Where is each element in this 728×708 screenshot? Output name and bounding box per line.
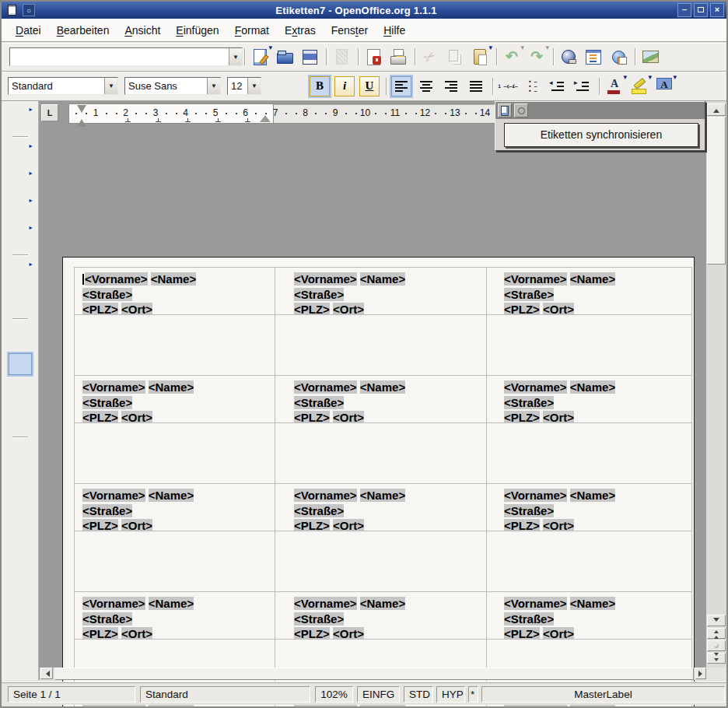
label-cell[interactable]: <Vorname> <Name><Straße><PLZ> <Ort> [82,484,275,531]
field-vorname[interactable]: <Vorname> [85,272,148,286]
field-vorname[interactable]: <Vorname> [82,489,145,502]
new-document-icon[interactable]: ▾ [250,47,270,67]
field-strasse[interactable]: <Straße> [82,288,132,301]
field-plz[interactable]: <PLZ> [504,303,540,314]
scroll-down-button[interactable] [707,615,726,626]
save-icon[interactable] [299,47,320,67]
field-strasse[interactable]: <Straße> [294,288,344,301]
status-doc-info[interactable]: MasterLabel [481,686,725,703]
form-functions-icon[interactable]: ▸ [9,226,32,247]
field-strasse[interactable]: <Straße> [294,504,344,517]
field-name[interactable]: <Name> [570,597,615,610]
font-color-icon[interactable]: ▾ [604,76,625,96]
scroll-left-button[interactable] [40,668,53,679]
online-layout-icon[interactable] [9,499,32,520]
stylist-icon[interactable] [583,47,604,67]
status-insert-mode[interactable]: EINFG [357,686,400,703]
navigation-button[interactable] [707,640,726,651]
find-replace-icon[interactable] [9,380,32,402]
dropdown-arrow-icon[interactable]: ▾ [673,74,677,80]
status-hyperlink-mode[interactable]: HYP [436,686,465,703]
menu-item-ansicht[interactable]: Ansicht [117,22,168,39]
paragraph-style-combobox[interactable]: Standard ▼ [8,77,118,95]
right-indent-marker-icon[interactable] [260,110,271,122]
field-name[interactable]: <Name> [570,380,615,394]
field-strasse[interactable]: <Straße> [82,504,132,517]
field-plz[interactable]: <PLZ> [82,519,118,531]
bold-button[interactable]: B [310,76,330,96]
field-plz[interactable]: <PLZ> [294,303,330,314]
field-name[interactable]: <Name> [570,489,615,502]
data-sources-icon[interactable] [9,408,32,429]
url-combobox[interactable]: ▼ [9,47,243,66]
field-name[interactable]: <Name> [360,489,405,502]
autotext-icon[interactable]: ▸ [9,262,32,284]
next-page-button[interactable] [707,653,726,664]
minimize-button[interactable]: – [677,3,691,17]
label-cell[interactable]: <Vorname> <Name><Straße><PLZ> <Ort> [82,268,275,314]
field-plz[interactable]: <PLZ> [294,411,330,422]
status-selection-mode[interactable]: STD [404,686,433,703]
label-cell[interactable]: <Vorname> <Name><Straße><PLZ> <Ort> [294,484,486,531]
field-name[interactable]: <Name> [151,272,196,286]
field-strasse[interactable]: <Straße> [504,396,554,409]
field-plz[interactable]: <PLZ> [82,627,118,639]
field-name[interactable]: <Name> [149,597,194,610]
field-vorname[interactable]: <Vorname> [82,380,145,394]
field-strasse[interactable]: <Straße> [82,396,132,409]
field-ort[interactable]: <Ort> [333,519,364,531]
chevron-down-icon[interactable]: ▼ [229,48,242,65]
menu-item-datei[interactable]: Datei [8,22,49,39]
bullets-icon[interactable] [523,76,543,96]
chevron-down-icon[interactable]: ▼ [104,78,117,94]
field-name[interactable]: <Name> [570,272,615,286]
insert-icon[interactable]: ▸ [9,144,32,166]
field-name[interactable]: <Name> [149,489,194,502]
label-cell[interactable]: <Vorname> <Name><Straße><PLZ> <Ort> [294,268,486,314]
redo-icon[interactable]: ▾ [527,47,547,67]
font-size-value[interactable]: 12 [228,78,247,94]
field-plz[interactable]: <PLZ> [504,627,540,639]
field-ort[interactable]: <Ort> [121,411,152,422]
field-name[interactable]: <Name> [570,705,615,708]
status-modified-flag[interactable]: * [468,686,478,703]
status-page-style[interactable]: Standard [140,686,310,703]
field-strasse[interactable]: <Straße> [504,504,554,517]
graphics-on-off-icon[interactable] [9,471,32,493]
dropdown-arrow-icon[interactable]: ▾ [648,74,652,80]
synchronize-labels-button[interactable]: Etiketten synchronisieren [504,123,698,147]
titlebar[interactable]: ○ Etiketten7 - OpenOffice.org 1.1.1 – × [2,2,726,19]
insert-graphics-icon[interactable] [640,47,660,67]
chevron-down-icon[interactable]: ▼ [207,78,220,94]
synchronize-window-titlebar[interactable] [495,102,705,119]
field-plz[interactable]: <PLZ> [504,411,540,422]
field-ort[interactable]: <Ort> [543,519,574,531]
dropdown-arrow-icon[interactable]: ▾ [268,44,272,51]
background-color-icon[interactable]: ▾ [654,76,674,96]
field-ort[interactable]: <Ort> [543,627,574,639]
field-ort[interactable]: <Ort> [543,411,574,422]
gallery-icon[interactable] [608,47,628,67]
decrease-indent-icon[interactable] [548,76,568,96]
font-name-combobox[interactable]: Suse Sans ▼ [124,77,221,95]
menu-item-hilfe[interactable]: Hilfe [376,22,413,39]
dropdown-arrow-icon[interactable]: ▾ [545,44,549,51]
italic-button[interactable]: i [334,76,355,96]
vertical-scroll-thumb[interactable] [707,117,726,265]
field-vorname[interactable]: <Vorname> [82,705,145,708]
close-circle-icon[interactable] [514,103,528,117]
label-cell[interactable]: <Vorname> <Name><Straße><PLZ> <Ort> [504,376,691,422]
auto-spellcheck-icon[interactable] [9,353,32,375]
field-ort[interactable]: <Ort> [333,411,364,422]
spellcheck-icon[interactable] [9,326,32,348]
dropdown-arrow-icon[interactable]: ▾ [488,44,492,51]
field-vorname[interactable]: <Vorname> [294,380,357,394]
vertical-scrollbar[interactable] [706,101,726,680]
field-strasse[interactable]: <Straße> [294,396,344,409]
field-plz[interactable]: <PLZ> [82,411,118,422]
field-vorname[interactable]: <Vorname> [504,705,567,708]
horizontal-scrollbar[interactable] [40,668,706,680]
scroll-up-button[interactable] [707,103,726,116]
field-plz[interactable]: <PLZ> [504,519,540,531]
field-plz[interactable]: <PLZ> [294,627,330,639]
